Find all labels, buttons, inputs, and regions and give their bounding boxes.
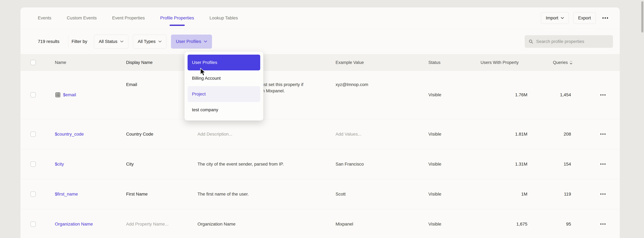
- status-value-cell: Visible: [428, 119, 441, 149]
- table-row: $cityCityThe city of the event sender, p…: [20, 149, 620, 179]
- row-checkbox[interactable]: [30, 191, 36, 197]
- chevron-down-icon: [120, 41, 124, 43]
- status-filter-button[interactable]: All Status: [94, 35, 128, 49]
- dropdown-item-billing-account[interactable]: Billing Account: [188, 70, 260, 86]
- example-value-cell: Mixpanel: [336, 209, 424, 238]
- select-all-checkbox[interactable]: [30, 60, 36, 65]
- property-name-link[interactable]: Organization Name: [55, 221, 93, 227]
- users-with-property-value-cell: 1M: [480, 179, 527, 209]
- table-row: $emailEmailThe user's email address. You…: [20, 71, 620, 119]
- import-button[interactable]: Import: [541, 12, 569, 24]
- more-cell: [594, 179, 612, 209]
- chevron-down-icon: [561, 17, 564, 19]
- status-value: Visible: [428, 92, 441, 98]
- column-header-users-with-property: Users With Property: [480, 55, 519, 71]
- name-cell: Organization Name: [55, 209, 93, 238]
- queries-value: 1,454: [560, 92, 571, 98]
- more-options-button[interactable]: [600, 16, 610, 20]
- dropdown-item-user-profiles[interactable]: User Profiles: [188, 55, 260, 70]
- users-with-property-value: 1.31M: [515, 161, 527, 167]
- status-value: Visible: [428, 161, 441, 167]
- column-header-queries[interactable]: Queries: [553, 55, 572, 71]
- example-value: San Francisco: [336, 161, 364, 167]
- row-checkbox-cell: [30, 119, 36, 149]
- row-checkbox[interactable]: [30, 92, 36, 98]
- results-count: 719 results: [38, 39, 60, 44]
- name-cell: $email: [55, 71, 76, 119]
- table-body: $emailEmailThe user's email address. You…: [20, 71, 620, 238]
- table-row: $first_nameFirst NameThe first name of t…: [20, 179, 620, 209]
- toolbar: Import Export: [541, 12, 610, 24]
- type-filter-label: All Types: [138, 39, 156, 44]
- tab-custom-events[interactable]: Custom Events: [67, 16, 97, 21]
- row-checkbox[interactable]: [30, 131, 36, 137]
- row-more-options-button[interactable]: [598, 93, 608, 97]
- search-input[interactable]: [536, 39, 609, 44]
- property-name-link[interactable]: $first_name: [55, 191, 78, 197]
- row-checkbox[interactable]: [30, 161, 36, 167]
- name-cell: $city: [55, 149, 64, 179]
- display-name[interactable]: Add Property Name...: [126, 221, 168, 227]
- row-more-options-button[interactable]: [598, 132, 608, 137]
- display-name-cell: Email: [126, 71, 137, 119]
- search-icon: [528, 39, 533, 44]
- example-value: Mixpanel: [336, 221, 353, 227]
- dropdown-item-project[interactable]: Project: [188, 86, 260, 102]
- row-more-options-button[interactable]: [598, 192, 608, 196]
- column-header-name: Name: [55, 55, 66, 71]
- queries-value: 208: [564, 131, 571, 137]
- export-button[interactable]: Export: [573, 12, 596, 24]
- divider: [68, 35, 68, 48]
- example-value-cell: Scott: [336, 179, 424, 209]
- status-value-cell: Visible: [428, 209, 441, 238]
- queries-value-cell: 119: [553, 179, 571, 209]
- queries-value: 119: [564, 191, 571, 197]
- example-value-cell: xyz@lmnop.com: [336, 71, 424, 119]
- profile-properties-panel: Events Custom Events Event Properties Pr…: [20, 8, 620, 238]
- queries-value-cell: 208: [553, 119, 571, 149]
- property-name-link[interactable]: $city: [55, 161, 64, 167]
- status-filter-label: All Status: [99, 39, 118, 44]
- vertical-scrollbar[interactable]: [641, 1, 643, 33]
- import-button-label: Import: [546, 16, 558, 21]
- profile-type-filter-button[interactable]: User Profiles: [171, 35, 212, 49]
- users-with-property-value-cell: 1.31M: [480, 149, 527, 179]
- display-name: Country Code: [126, 131, 153, 137]
- tab-event-properties[interactable]: Event Properties: [112, 16, 145, 21]
- dropdown-item-test-company[interactable]: test company: [188, 102, 260, 118]
- search-box[interactable]: [525, 35, 613, 48]
- table-row: Organization NameAdd Property Name...Org…: [20, 209, 620, 238]
- type-filter-button[interactable]: All Types: [133, 35, 166, 49]
- filter-bar: 719 results Filter by All Status All Typ…: [20, 29, 620, 55]
- status-value-cell: Visible: [428, 71, 441, 119]
- tab-events[interactable]: Events: [38, 16, 52, 21]
- export-button-label: Export: [578, 16, 591, 21]
- chevron-down-icon: [204, 41, 207, 43]
- users-with-property-value-cell: 1.76M: [480, 71, 527, 119]
- property-name-link[interactable]: $country_code: [55, 131, 84, 137]
- filter-by-label: Filter by: [72, 39, 87, 44]
- users-with-property-value-cell: 1,675: [480, 209, 527, 238]
- more-cell: [594, 209, 612, 238]
- tab-profile-properties[interactable]: Profile Properties: [160, 16, 194, 21]
- queries-header-label: Queries: [553, 60, 568, 65]
- table-grid-icon: [55, 92, 61, 98]
- row-more-options-button[interactable]: [598, 162, 608, 166]
- display-name: City: [126, 161, 134, 167]
- example-value[interactable]: Add Values...: [336, 131, 362, 137]
- queries-value-cell: 1,454: [553, 71, 571, 119]
- example-value-cell: San Francisco: [336, 149, 424, 179]
- tab-lookup-tables[interactable]: Lookup Tables: [210, 16, 238, 21]
- users-with-property-value: 1,675: [516, 221, 527, 227]
- row-more-options-button[interactable]: [598, 221, 608, 226]
- row-checkbox-cell: [30, 179, 36, 209]
- property-name-link[interactable]: $email: [63, 92, 76, 98]
- tab-bar: Events Custom Events Event Properties Pr…: [20, 8, 620, 29]
- status-value-cell: Visible: [428, 179, 441, 209]
- description[interactable]: Add Description...: [198, 131, 308, 137]
- queries-value-cell: 95: [553, 209, 571, 238]
- row-checkbox[interactable]: [30, 221, 36, 227]
- description-cell: The first name of the user.: [198, 179, 308, 209]
- example-value: xyz@lmnop.com: [336, 81, 368, 88]
- table-header: Name Display Name Example Value Status U…: [20, 55, 620, 71]
